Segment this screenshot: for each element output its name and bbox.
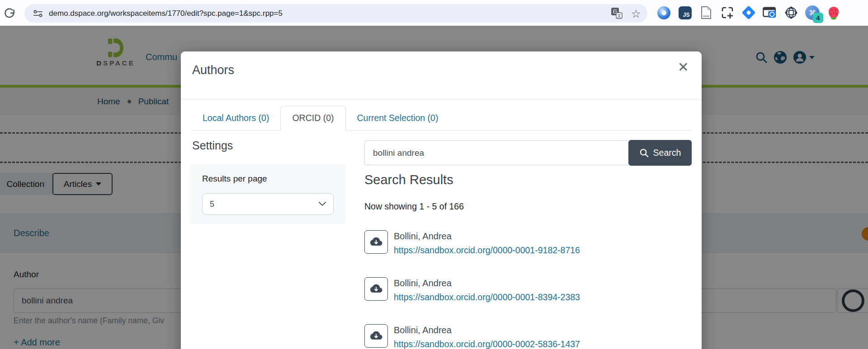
- strawberry-extension-icon[interactable]: [826, 5, 841, 20]
- jira-extension-icon[interactable]: [741, 5, 756, 20]
- svg-text:文: 文: [617, 14, 621, 18]
- cloud-download-icon: [370, 237, 382, 247]
- chevron-down-icon: [319, 202, 326, 206]
- settings-heading: Settings: [192, 139, 233, 152]
- result-author-name: Bollini, Andrea: [394, 278, 580, 289]
- results-per-page-select[interactable]: 5: [202, 193, 334, 215]
- browser-toolbar: demo.dspace.org/workspaceitems/1770/edit…: [0, 0, 868, 26]
- orcid-search-row: Search: [364, 140, 692, 165]
- settings-card: Results per page 5: [190, 164, 345, 224]
- result-row: Bollini, Andrea https://sandbox.orcid.or…: [364, 277, 580, 302]
- tab-orcid[interactable]: ORCID (0): [280, 106, 345, 130]
- tab-local-authors[interactable]: Local Authors (0): [191, 106, 280, 130]
- screen: demo.dspace.org/workspaceitems/1770/edit…: [0, 0, 868, 349]
- modal-title: Authors: [192, 63, 234, 77]
- authors-modal: Authors ✕ Local Authors (0) ORCID (0) Cu…: [181, 51, 702, 349]
- site-settings-icon[interactable]: [33, 8, 43, 19]
- screenshot-camera-extension-icon[interactable]: [763, 5, 777, 20]
- orcid-search-button[interactable]: Search: [628, 140, 692, 166]
- command-sphere-extension-icon[interactable]: ⌘ 4: [805, 5, 820, 20]
- result-orcid-link[interactable]: https://sandbox.orcid.org/0000-0001-9182…: [394, 245, 580, 256]
- blue-ring-extension-icon[interactable]: [656, 5, 671, 20]
- import-author-button[interactable]: [364, 324, 388, 348]
- modal-header-divider: [181, 99, 702, 99]
- result-row: Bollini, Andrea https://sandbox.orcid.or…: [364, 230, 580, 256]
- import-author-button[interactable]: [364, 230, 388, 254]
- bookmark-star-icon[interactable]: ☆: [631, 8, 641, 19]
- url-text[interactable]: demo.dspace.org/workspaceitems/1770/edit…: [49, 9, 603, 18]
- search-results-count: Now showing 1 - 5 of 166: [364, 201, 464, 212]
- results-per-page-label: Results per page: [202, 174, 267, 184]
- search-icon: [639, 148, 649, 158]
- cloud-download-icon: [370, 284, 382, 294]
- cloud-download-icon: [370, 331, 382, 341]
- capture-crop-extension-icon[interactable]: [720, 5, 735, 20]
- reload-icon[interactable]: [4, 8, 15, 19]
- globe-network-extension-icon[interactable]: [784, 5, 798, 20]
- result-author-name: Bollini, Andrea: [394, 231, 580, 242]
- import-author-button[interactable]: [364, 277, 388, 301]
- js-extension-icon[interactable]: JS: [678, 5, 692, 20]
- result-author-name: Bollini, Andrea: [394, 325, 580, 335]
- tab-current-selection[interactable]: Current Selection (0): [346, 106, 450, 130]
- result-orcid-link[interactable]: https://sandbox.orcid.org/0000-0002-5836…: [394, 339, 580, 349]
- modal-tabs: Local Authors (0) ORCID (0) Current Sele…: [191, 105, 691, 130]
- orcid-search-input[interactable]: [364, 140, 628, 165]
- result-row: Bollini, Andrea https://sandbox.orcid.or…: [364, 324, 580, 349]
- result-orcid-link[interactable]: https://sandbox.orcid.org/0000-0001-8394…: [394, 292, 580, 302]
- extensions-row: JS: [656, 5, 841, 20]
- close-icon[interactable]: ✕: [678, 60, 689, 74]
- address-bar[interactable]: demo.dspace.org/workspaceitems/1770/edit…: [24, 4, 647, 23]
- document-extension-icon[interactable]: [699, 5, 713, 20]
- translate-icon[interactable]: G 文: [611, 7, 623, 19]
- extension-badge: 4: [813, 13, 823, 23]
- search-results-heading: Search Results: [364, 172, 453, 187]
